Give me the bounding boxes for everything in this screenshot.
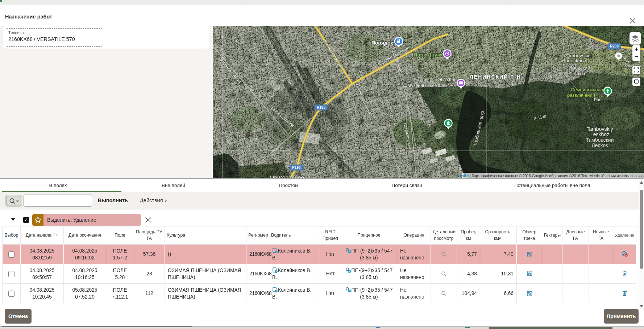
svg-text:Leaflet | Картографические дан: Leaflet | Картографические данные © 2016…: [458, 174, 643, 178]
svg-text:развлечений «…: развлечений «…: [567, 92, 604, 98]
svg-text:Leskhoz: Leskhoz: [590, 132, 609, 137]
svg-text:R193: R193: [317, 105, 325, 109]
svg-text:Taneskhoz: Taneskhoz: [563, 58, 586, 63]
svg-text:́Ибовский: ́Ибовский: [568, 65, 590, 71]
svg-text:Park: Park: [594, 97, 603, 102]
svg-text:P193: P193: [292, 166, 301, 170]
svg-text:mbovskii: mbovskii: [570, 53, 589, 58]
svg-text:Тамбовский: Тамбовский: [586, 137, 614, 143]
svg-text:Лесхоз: Лесхоз: [569, 71, 585, 76]
svg-text:Порядок: Порядок: [371, 40, 394, 46]
svg-text:Лесхоз: Лесхоз: [592, 142, 608, 148]
svg-text:Семейный парк: Семейный парк: [571, 87, 605, 92]
svg-text:R208: R208: [610, 44, 619, 48]
svg-text:ТОГАУК «: ТОГАУК «: [435, 77, 455, 82]
svg-text:ЛЕНИНСКИЙ Р-Н: ЛЕНИНСКИЙ Р-Н: [470, 74, 521, 80]
svg-text:Музейный комплекс «…: Музейный комплекс «…: [407, 83, 458, 88]
svg-text:Tambovskiy: Tambovskiy: [586, 126, 613, 132]
